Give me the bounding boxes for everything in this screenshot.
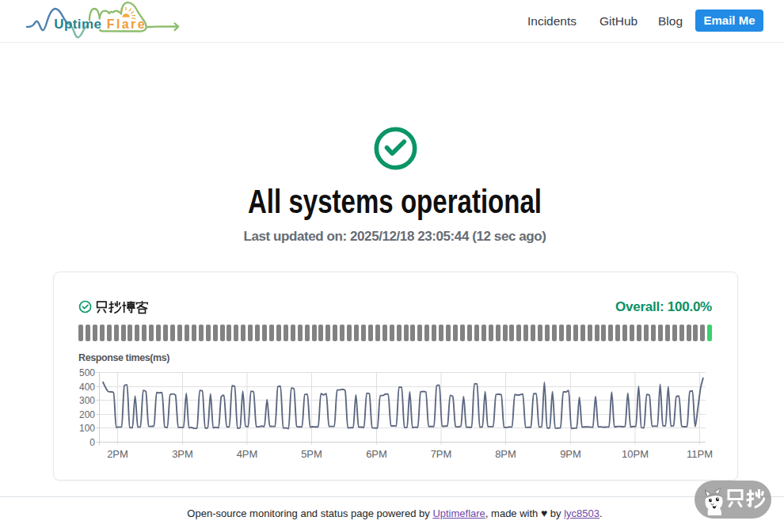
svg-text:0: 0 [89, 437, 95, 448]
svg-text:11PM: 11PM [687, 448, 713, 460]
svg-text:3PM: 3PM [172, 448, 193, 460]
svg-text:100: 100 [79, 423, 95, 434]
svg-text:2PM: 2PM [107, 448, 128, 460]
svg-text:Flare: Flare [107, 17, 147, 31]
svg-text:10PM: 10PM [622, 448, 649, 460]
svg-text:5PM: 5PM [301, 448, 322, 460]
svg-text:9PM: 9PM [560, 448, 581, 460]
svg-text:500: 500 [79, 367, 95, 378]
svg-text:6PM: 6PM [366, 448, 387, 460]
svg-text:Uptime: Uptime [54, 17, 101, 32]
svg-text:8PM: 8PM [495, 448, 516, 460]
svg-text:4PM: 4PM [237, 448, 258, 460]
svg-text:400: 400 [79, 382, 95, 393]
svg-text:7PM: 7PM [431, 448, 452, 460]
svg-text:200: 200 [79, 409, 95, 420]
svg-text:300: 300 [79, 395, 95, 406]
